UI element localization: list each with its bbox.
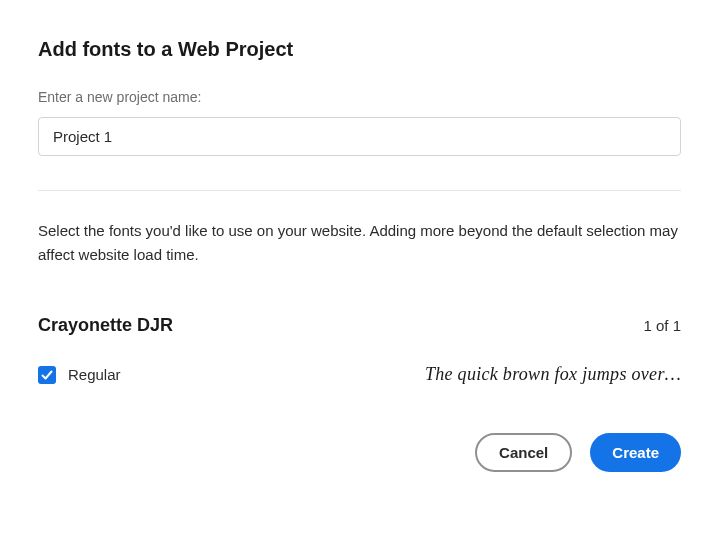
dialog-button-row: Cancel Create — [38, 433, 681, 472]
font-sample-text: The quick brown fox jumps over… — [425, 364, 681, 385]
font-family-header: Crayonette DJR 1 of 1 — [38, 315, 681, 336]
project-name-label: Enter a new project name: — [38, 89, 681, 105]
variant-label: Regular — [68, 366, 121, 383]
font-variant-count: 1 of 1 — [643, 317, 681, 334]
dialog-title: Add fonts to a Web Project — [38, 38, 681, 61]
cancel-button[interactable]: Cancel — [475, 433, 572, 472]
checkmark-icon — [41, 369, 53, 381]
selection-description: Select the fonts you'd like to use on yo… — [38, 219, 681, 267]
create-button[interactable]: Create — [590, 433, 681, 472]
font-family-name: Crayonette DJR — [38, 315, 173, 336]
font-variant-row: Regular The quick brown fox jumps over… — [38, 364, 681, 385]
variant-checkbox[interactable] — [38, 366, 56, 384]
divider — [38, 190, 681, 191]
project-name-input[interactable] — [38, 117, 681, 156]
